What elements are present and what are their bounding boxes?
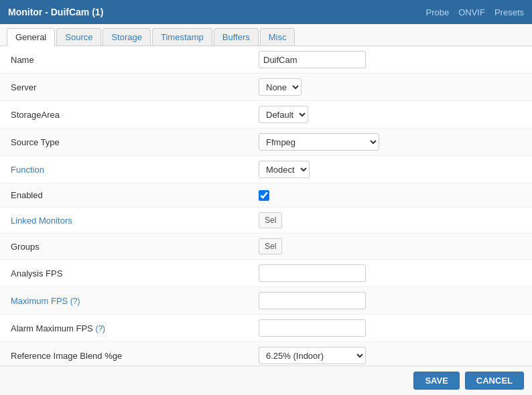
row-storage-area: StorageArea Default: [0, 101, 532, 129]
probe-link[interactable]: Probe: [425, 7, 449, 17]
row-name: Name: [0, 46, 532, 74]
page-title: Monitor - DuifCam (1): [8, 7, 103, 17]
label-max-fps: Maximum FPS (?): [11, 296, 259, 306]
alarm-max-fps-input[interactable]: [259, 319, 366, 337]
tab-storage[interactable]: Storage: [103, 28, 151, 46]
main-content: General Source Storage Timestamp Buffers…: [0, 24, 532, 395]
label-server: Server: [11, 82, 259, 92]
storage-area-select[interactable]: Default: [259, 106, 308, 123]
row-enabled: Enabled: [0, 183, 532, 208]
max-fps-help[interactable]: (?): [70, 297, 80, 306]
tab-misc[interactable]: Misc: [260, 28, 295, 46]
tab-source[interactable]: Source: [56, 28, 101, 46]
function-select[interactable]: Modect Monitor Mocord Record Nodect None: [259, 161, 310, 178]
row-analysis-fps: Analysis FPS: [0, 260, 532, 287]
form-area: Name Server None StorageArea Default Sou…: [0, 46, 532, 366]
row-server: Server None: [0, 74, 532, 101]
analysis-fps-input[interactable]: [259, 264, 366, 282]
row-linked-monitors: Linked Monitors Sel: [0, 208, 532, 234]
label-enabled: Enabled: [11, 190, 259, 200]
groups-button[interactable]: Sel: [259, 238, 282, 254]
tabs: General Source Storage Timestamp Buffers…: [0, 24, 532, 46]
tab-general[interactable]: General: [7, 28, 55, 46]
label-storage-area: StorageArea: [11, 110, 259, 120]
presets-link[interactable]: Presets: [494, 7, 524, 17]
top-bar-links: Probe ONVIF Presets: [425, 7, 524, 17]
source-type-select[interactable]: Ffmpeg Local Remote RTSP: [259, 133, 379, 151]
enabled-checkbox[interactable]: [259, 190, 269, 201]
row-max-fps: Maximum FPS (?): [0, 287, 532, 315]
label-function: Function: [11, 165, 259, 175]
save-button[interactable]: SAVE: [413, 372, 459, 390]
label-groups: Groups: [11, 242, 259, 252]
ref-blend-select[interactable]: 6.25% (Indoor) 12.5% 25% 50%: [259, 347, 366, 364]
name-input[interactable]: [259, 51, 366, 68]
footer: SAVE CANCEL: [0, 366, 532, 395]
top-bar: Monitor - DuifCam (1) Probe ONVIF Preset…: [0, 0, 532, 24]
row-function: Function Modect Monitor Mocord Record No…: [0, 156, 532, 183]
row-alarm-max-fps: Alarm Maximum FPS (?): [0, 315, 532, 342]
label-alarm-max-fps: Alarm Maximum FPS (?): [11, 323, 259, 333]
row-groups: Groups Sel: [0, 234, 532, 260]
max-fps-input[interactable]: [259, 292, 366, 309]
cancel-button[interactable]: CANCEL: [465, 372, 524, 390]
onvif-link[interactable]: ONVIF: [458, 7, 485, 17]
tab-buffers[interactable]: Buffers: [214, 28, 259, 46]
alarm-max-fps-help[interactable]: (?): [95, 324, 105, 333]
tab-timestamp[interactable]: Timestamp: [152, 28, 212, 46]
label-source-type: Source Type: [11, 137, 259, 147]
linked-monitors-button[interactable]: Sel: [259, 212, 282, 228]
label-analysis-fps: Analysis FPS: [11, 268, 259, 279]
row-ref-blend: Reference Image Blend %ge 6.25% (Indoor)…: [0, 342, 532, 366]
server-select[interactable]: None: [259, 78, 302, 96]
label-ref-blend: Reference Image Blend %ge: [11, 351, 259, 361]
row-source-type: Source Type Ffmpeg Local Remote RTSP: [0, 129, 532, 156]
label-name: Name: [11, 55, 259, 65]
label-linked-monitors: Linked Monitors: [11, 216, 259, 226]
